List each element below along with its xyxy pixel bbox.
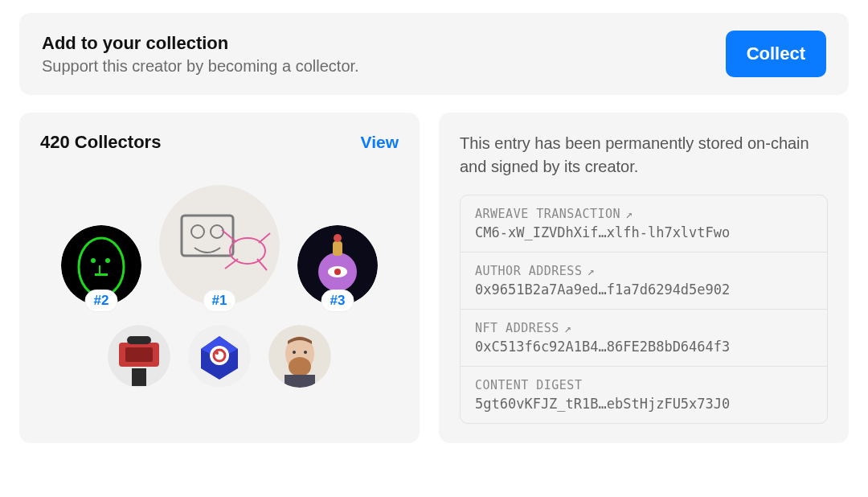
svg-point-6 xyxy=(159,185,280,306)
svg-rect-23 xyxy=(125,347,153,362)
banner-title: Add to your collection xyxy=(42,33,359,54)
avatar-icon xyxy=(188,325,251,388)
collect-banner: Add to your collection Support this crea… xyxy=(19,13,849,95)
svg-point-35 xyxy=(293,351,296,354)
svg-point-31 xyxy=(215,351,219,355)
collectors-card: 420 Collectors View #2 xyxy=(19,113,420,443)
meta-label: AUTHOR ADDRESS xyxy=(475,264,582,278)
avatar-icon xyxy=(268,325,331,388)
onchain-card: This entry has been permanently stored o… xyxy=(439,113,849,443)
author-address-row[interactable]: AUTHOR ADDRESS ↗ 0x9651B2a7Aa9ed…f1a7d62… xyxy=(461,253,827,310)
onchain-meta-box: ARWEAVE TRANSACTION ↗ CM6-xW_IZVDhXif…xl… xyxy=(460,195,828,424)
nft-address-row[interactable]: NFT ADDRESS ↗ 0xC513f6c92A1B4…86FE2B8bD6… xyxy=(461,310,827,367)
meta-value: 5gt60vKFJZ_tR1B…ebStHjzFU5x73J0 xyxy=(475,396,813,412)
avatar-icon xyxy=(108,325,170,388)
collect-button[interactable]: Collect xyxy=(726,31,826,77)
external-link-icon: ↗ xyxy=(564,321,572,335)
more-collectors xyxy=(40,325,399,388)
content-digest-row: CONTENT DIGEST 5gt60vKFJZ_tR1B…ebStHjzFU… xyxy=(461,367,827,423)
collectors-heading: 420 Collectors xyxy=(40,132,161,153)
banner-text: Add to your collection Support this crea… xyxy=(42,33,359,76)
avatar-icon xyxy=(159,185,280,306)
meta-value: 0xC513f6c92A1B4…86FE2B8bD6464f3 xyxy=(475,339,813,355)
rank-badge: #2 xyxy=(85,290,118,312)
meta-value: CM6-xW_IZVDhXif…xlfh-lh7xlvtFwo xyxy=(475,224,813,240)
collector-rank-2[interactable]: #2 xyxy=(61,225,141,306)
svg-rect-37 xyxy=(285,375,315,388)
meta-label: ARWEAVE TRANSACTION xyxy=(475,207,620,221)
meta-label: NFT ADDRESS xyxy=(475,321,559,335)
meta-value: 0x9651B2a7Aa9ed…f1a7d6294d5e902 xyxy=(475,281,813,298)
external-link-icon: ↗ xyxy=(625,207,633,221)
collector-avatar[interactable] xyxy=(188,325,251,388)
svg-point-20 xyxy=(334,234,342,242)
rank-badge: #3 xyxy=(321,290,354,312)
view-collectors-link[interactable]: View xyxy=(361,133,399,152)
arweave-transaction-row[interactable]: ARWEAVE TRANSACTION ↗ CM6-xW_IZVDhXif…xl… xyxy=(461,195,827,253)
rank-badge: #1 xyxy=(203,290,236,312)
svg-point-34 xyxy=(289,357,311,376)
svg-point-18 xyxy=(334,269,341,275)
svg-rect-19 xyxy=(333,241,342,256)
collector-avatar[interactable] xyxy=(108,325,170,388)
svg-rect-24 xyxy=(132,368,146,386)
top-collectors: #2 #1 xyxy=(40,185,399,306)
external-link-icon: ↗ xyxy=(587,264,595,278)
banner-subtitle: Support this creator by becoming a colle… xyxy=(42,57,359,76)
svg-point-2 xyxy=(91,258,96,263)
collector-avatar[interactable] xyxy=(268,325,331,388)
svg-rect-25 xyxy=(127,336,151,344)
collector-rank-3[interactable]: #3 xyxy=(297,225,378,306)
onchain-description: This entry has been permanently stored o… xyxy=(460,132,828,179)
svg-point-3 xyxy=(105,258,110,263)
meta-label: CONTENT DIGEST xyxy=(475,378,582,392)
svg-rect-4 xyxy=(95,273,108,276)
collectors-header: 420 Collectors View xyxy=(40,132,399,153)
svg-point-36 xyxy=(304,351,307,354)
collector-rank-1[interactable]: #1 xyxy=(159,185,280,306)
